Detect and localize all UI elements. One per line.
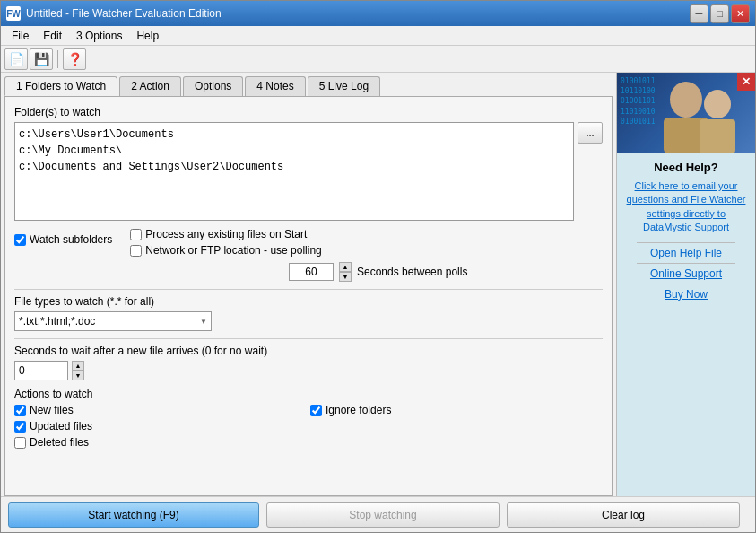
action-updated-checkbox[interactable] [14, 421, 26, 433]
folder-item: c:\My Documents\ [19, 143, 569, 159]
network-ftp-label[interactable]: Network or FTP location - use polling [130, 244, 322, 257]
need-help-label: Need Help? [624, 161, 748, 174]
wait-input[interactable] [14, 361, 68, 380]
menu-bar: File Edit 3 Options Help [1, 26, 755, 46]
actions-grid: New files Ignore folders Updated files [14, 404, 603, 449]
toolbar-separator [57, 50, 58, 68]
wait-section: Seconds to wait after a new file arrives… [14, 345, 603, 380]
folder-item: c:\Documents and Settings\User2\Document… [19, 159, 569, 175]
action-ignore-folders-checkbox[interactable] [310, 405, 322, 416]
menu-file[interactable]: File [4, 28, 36, 44]
svg-point-0 [670, 82, 702, 118]
open-help-link[interactable]: Open Help File [624, 247, 748, 259]
wait-label: Seconds to wait after a new file arrives… [14, 345, 603, 357]
clear-log-button[interactable]: Clear log [507, 502, 740, 528]
folders-label: Folder(s) to watch [14, 106, 603, 118]
network-ftp-checkbox[interactable] [130, 245, 142, 257]
maximize-button[interactable]: □ [710, 4, 729, 23]
tab-folders-to-watch[interactable]: 1 Folders to Watch [4, 76, 117, 96]
online-support-link[interactable]: Online Support [624, 267, 748, 280]
divider-1 [14, 289, 603, 290]
app-icon-text: FW [6, 9, 21, 19]
action-new-files-checkbox[interactable] [14, 405, 26, 416]
tab-notes[interactable]: 4 Notes [245, 76, 305, 96]
wait-down-button[interactable]: ▼ [72, 371, 84, 380]
watch-subfolders-checkbox[interactable] [14, 234, 26, 246]
combo-arrow-icon: ▼ [200, 318, 207, 326]
action-deleted-checkbox[interactable] [14, 437, 26, 449]
save-button[interactable]: 💾 [30, 48, 53, 70]
new-button[interactable]: 📄 [4, 48, 28, 70]
toolbar: 📄 💾 ❓ [1, 46, 755, 73]
folder-item: c:\Users\User1\Documents [19, 127, 569, 143]
actions-label: Actions to watch [14, 388, 603, 400]
action-ignore-folders-label[interactable]: Ignore folders [310, 404, 603, 416]
help-link[interactable]: Click here to email your questions and F… [624, 179, 748, 235]
left-panel: 1 Folders to Watch 2 Action Options 4 No… [1, 73, 616, 496]
watch-subfolders-row: Watch subfolders [14, 228, 112, 251]
window-controls: ─ □ ✕ [690, 4, 750, 23]
bottom-bar: Start watching (F9) Stop watching Clear … [1, 496, 755, 532]
browse-button[interactable]: ... [578, 122, 603, 144]
right-panel: 0100101110110100010011011101001001001011… [616, 73, 755, 496]
file-types-label: File types to watch (*.* for all) [14, 295, 603, 308]
help-divider-1 [637, 242, 735, 243]
close-button[interactable]: ✕ [731, 4, 750, 23]
actions-section: Actions to watch New files Ignore folder… [14, 388, 603, 449]
tab-action[interactable]: 2 Action [119, 76, 181, 96]
action-new-files-label[interactable]: New files [14, 404, 307, 416]
help-divider-2 [637, 263, 735, 264]
tab-options[interactable]: Options [183, 76, 243, 96]
tab-live-log[interactable]: 5 Live Log [308, 76, 380, 96]
main-area: 1 Folders to Watch 2 Action Options 4 No… [1, 73, 755, 496]
polls-up-button[interactable]: ▲ [339, 262, 352, 272]
wait-up-button[interactable]: ▲ [72, 361, 84, 371]
action-deleted-label[interactable]: Deleted files [14, 436, 307, 449]
help-divider-3 [637, 284, 735, 284]
menu-edit[interactable]: Edit [36, 28, 69, 44]
action-deleted-text: Deleted files [30, 436, 89, 449]
tab-bar: 1 Folders to Watch 2 Action Options 4 No… [1, 73, 616, 96]
polls-input[interactable] [289, 263, 334, 281]
title-bar: FW Untitled - File Watcher Evaluation Ed… [1, 1, 755, 26]
menu-options[interactable]: 3 Options [69, 28, 129, 44]
window-title: Untitled - File Watcher Evaluation Editi… [26, 7, 690, 20]
network-ftp-text: Network or FTP location - use polling [145, 244, 322, 257]
watch-subfolders-label[interactable]: Watch subfolders [14, 233, 112, 246]
help-text-area: Need Help? Click here to email your ques… [617, 153, 755, 311]
file-types-value: *.txt;*.html;*.doc [19, 315, 95, 328]
polls-spinner: ▲ ▼ [339, 262, 352, 282]
seconds-between-polls-label: Seconds between polls [357, 266, 467, 278]
wait-input-row: ▲ ▼ [14, 361, 603, 380]
folder-list[interactable]: c:\Users\User1\Documents c:\My Documents… [14, 122, 574, 221]
polls-down-button[interactable]: ▼ [339, 272, 352, 282]
action-updated-text: Updated files [30, 420, 92, 433]
watch-subfolders-text: Watch subfolders [30, 233, 112, 246]
app-icon: FW [6, 6, 21, 21]
main-window: FW Untitled - File Watcher Evaluation Ed… [0, 0, 756, 533]
tab-content-folders: Folder(s) to watch c:\Users\User1\Docume… [4, 96, 613, 496]
help-close-button[interactable]: ✕ [737, 73, 755, 91]
wait-spinner: ▲ ▼ [72, 361, 84, 380]
minimize-button[interactable]: ─ [690, 4, 708, 23]
binary-decoration: 0100101110110100010011011101001001001011 [621, 76, 656, 127]
action-new-files-text: New files [30, 404, 74, 416]
start-watching-button[interactable]: Start watching (F9) [8, 502, 259, 528]
svg-point-2 [704, 90, 731, 118]
process-existing-label[interactable]: Process any existing files on Start [130, 228, 322, 240]
help-button[interactable]: ❓ [63, 48, 86, 70]
file-types-combo[interactable]: *.txt;*.html;*.doc ▼ [14, 311, 212, 331]
stop-watching-button[interactable]: Stop watching [266, 502, 500, 528]
menu-help[interactable]: Help [129, 28, 166, 44]
divider-2 [14, 338, 603, 339]
buy-now-link[interactable]: Buy Now [624, 288, 748, 301]
action-ignore-folders-text: Ignore folders [326, 404, 391, 416]
process-existing-checkbox[interactable] [130, 229, 142, 240]
polling-row: ▲ ▼ Seconds between polls [14, 262, 603, 282]
file-types-row: *.txt;*.html;*.doc ▼ [14, 311, 603, 331]
action-updated-label[interactable]: Updated files [14, 420, 307, 433]
svg-rect-3 [700, 119, 735, 153]
help-image: 0100101110110100010011011101001001001011… [617, 73, 755, 153]
process-existing-text: Process any existing files on Start [145, 228, 307, 240]
folder-list-area: c:\Users\User1\Documents c:\My Documents… [14, 122, 603, 221]
